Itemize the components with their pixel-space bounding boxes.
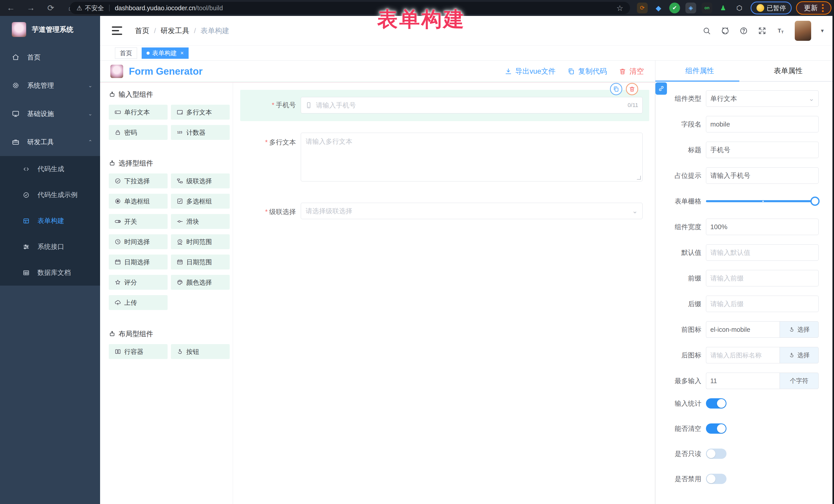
select-icon-button[interactable]: 选择 [780,321,819,338]
sidebar-item-0[interactable]: 首页 [0,43,100,71]
fullscreen-icon[interactable] [758,26,767,35]
browser-back-button[interactable]: ← [6,3,16,13]
prop-select[interactable]: 单行文本⌄ [706,90,819,107]
prop-input[interactable]: mobile [706,116,819,132]
panel-drag-handle[interactable] [655,82,667,95]
extensions-puzzle-icon[interactable]: ⬡ [734,3,745,13]
github-icon[interactable] [721,26,729,35]
help-icon[interactable] [739,26,748,35]
component-item-date-range[interactable]: 日期范围 [171,255,230,269]
app-title: 芋道管理系统 [32,25,73,34]
prop-input[interactable]: 请输入后缀 [706,295,819,312]
search-icon[interactable] [702,26,711,35]
lock-icon [114,129,121,136]
prop-input[interactable]: 请输入前缀 [706,270,819,286]
extension-icon[interactable]: ✔ [669,3,680,13]
component-item-row[interactable]: 行容器 [109,344,168,359]
grid-span-slider[interactable] [706,193,819,210]
breadcrumb-item[interactable]: 研发工具 [161,26,190,36]
header-action-0[interactable]: 导出vue文件 [505,66,555,76]
header-action-2[interactable]: 清空 [619,66,644,76]
prop-input[interactable]: 11 [706,373,780,389]
browser-reload-button[interactable]: ⟳ [46,3,56,13]
switch-icon [114,218,121,225]
component-item-radio[interactable]: 单选框组 [109,194,168,209]
annotation-overlay: 表单构建 [377,6,465,34]
rate-icon [114,279,121,286]
properties-panel: 组件属性表单属性 组件类型单行文本⌄字段名mobile标题手机号占位提示请输入手… [655,61,832,504]
sidebar-item-2[interactable]: 基础设施⌄ [0,100,100,128]
component-item-rate[interactable]: 评分 [109,275,168,290]
sidebar-toggle-icon[interactable] [112,26,122,35]
extension-icon[interactable]: ♟ [718,3,728,13]
component-item-checkbox[interactable]: 多选框组 [171,194,230,209]
sidebar-item-5[interactable]: 代码生成示例 [0,182,100,208]
breadcrumb-item[interactable]: 首页 [135,26,149,36]
prop-input[interactable]: 请输入后图标名称 [706,347,780,364]
toggle-off[interactable] [706,474,726,484]
code-icon [23,166,31,173]
component-item-textfield[interactable]: 单行文本 [109,105,168,119]
chevron-down-icon[interactable]: ▾ [821,27,824,34]
component-item-slider[interactable]: 滑块 [171,214,230,229]
delete-field-button[interactable] [626,83,638,95]
component-item-textarea[interactable]: 多行文本 [171,105,230,119]
user-avatar[interactable] [795,21,811,41]
tab-form-props[interactable]: 表单属性 [744,61,832,81]
extension-icon[interactable]: ◆ [653,3,664,13]
bookmark-star-icon[interactable]: ☆ [616,4,623,13]
address-bar[interactable]: ⚠ 不安全 dashboard.yudao.iocoder.cn/tool/bu… [70,2,630,14]
tag-view-0[interactable]: 首页 [115,47,137,59]
component-item-lock[interactable]: 密码 [109,125,168,140]
component-item-select[interactable]: 下拉选择 [109,174,168,188]
fontsize-icon[interactable]: TT [776,26,785,35]
toggle-knob [707,475,716,483]
toggle-on[interactable] [706,398,726,409]
resize-grip[interactable] [637,176,641,180]
textarea-input[interactable]: 请输入多行文本 [301,133,642,181]
mobile-input[interactable]: 请输入手机号 0/11 [301,97,642,113]
extension-icon[interactable]: on [702,3,712,13]
component-item-counter[interactable]: 123计数器 [171,125,230,140]
tab-component-props[interactable]: 组件属性 [655,61,744,81]
prop-input[interactable]: 手机号 [706,141,819,158]
slider-handle[interactable] [810,197,820,206]
extension-icon[interactable]: ⟳ [637,3,648,13]
prop-input[interactable]: 请输入默认值 [706,244,819,261]
component-item-upload[interactable]: 上传 [109,295,168,310]
sidebar-item-8[interactable]: 数据库文档 [0,260,100,286]
select-icon-button[interactable]: 选择 [780,347,819,364]
component-item-color[interactable]: 颜色选择 [171,275,230,290]
component-item-button[interactable]: 按钮 [171,344,230,359]
sidebar-item-7[interactable]: 系统接口 [0,234,100,260]
prop-input[interactable]: el-icon-mobile [706,321,780,338]
tag-view-1[interactable]: 表单构建× [142,47,189,59]
prop-input[interactable]: 请输入手机号 [706,167,819,184]
app-logo-row[interactable]: 芋道管理系统 [0,16,100,43]
extension-icon[interactable]: ◈ [685,3,696,13]
component-item-time-range[interactable]: 时间范围 [171,234,230,249]
cascader-select[interactable]: 请选择级联选择 ⌄ [301,203,642,219]
toggle-off[interactable] [706,448,726,459]
sidebar-item-4[interactable]: 代码生成 [0,156,100,182]
not-secure-warning[interactable]: ⚠ 不安全 [76,4,104,12]
toggle-on[interactable] [706,423,726,434]
browser-menu-icon[interactable] [822,4,824,12]
close-icon[interactable]: × [180,50,184,57]
component-item-time[interactable]: 时间选择 [109,234,168,249]
example-icon [23,192,31,199]
copy-field-button[interactable] [610,83,622,95]
browser-forward-button[interactable]: → [26,3,36,13]
form-canvas[interactable]: *手机号 请输入手机号 0/11 *多行文本 请输入多行文本 *级联选择 请选择… [233,83,655,504]
pointer-icon [789,352,795,358]
sidebar-item-1[interactable]: 系统管理⌄ [0,71,100,100]
sidebar-item-6[interactable]: 表单构建 [0,208,100,234]
component-item-cascader[interactable]: 级联选择 [171,174,230,188]
browser-update-button[interactable]: 更新 [796,1,831,15]
header-action-1[interactable]: 复制代码 [567,66,607,76]
component-item-date[interactable]: 日期选择 [109,255,168,269]
profile-paused-badge[interactable]: 已暂停 [751,2,792,14]
prop-input[interactable]: 100% [706,219,819,235]
component-item-switch[interactable]: 开关 [109,214,168,229]
sidebar-item-3[interactable]: 研发工具⌃ [0,128,100,156]
